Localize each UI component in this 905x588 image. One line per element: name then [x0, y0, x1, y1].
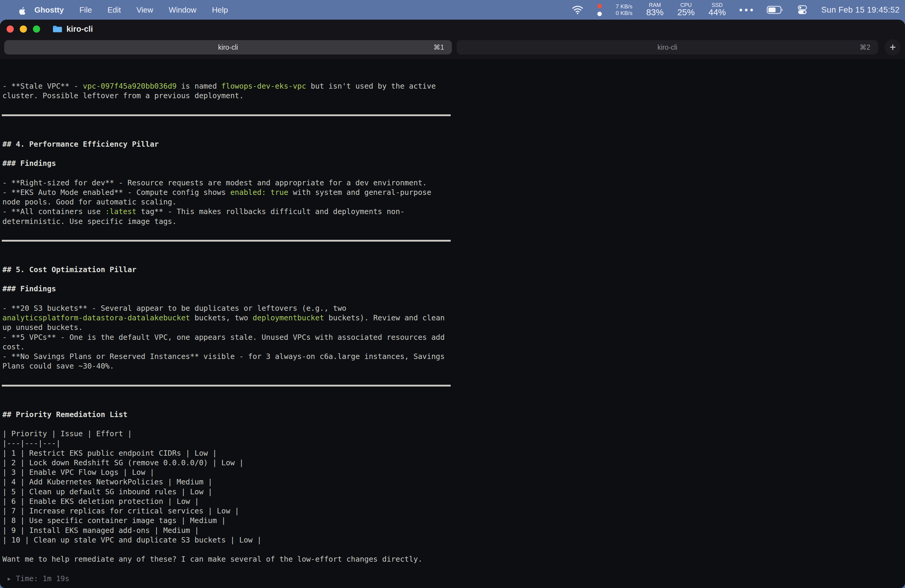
terminal-line: | 3 | Enable VPC Flow Logs | Low |: [2, 468, 905, 477]
terminal-line: - **EKS Auto Mode enabled** - Compute co…: [2, 188, 905, 197]
tab-label: kiro-cli: [657, 43, 677, 51]
terminal-line: cluster. Possible leftover from a previo…: [2, 91, 905, 100]
menu-item-help[interactable]: Help: [204, 5, 235, 15]
apple-menu[interactable]: [17, 5, 25, 15]
terminal-line: - **No Savings Plans or Reserved Instanc…: [2, 352, 905, 361]
section-divider: [2, 236, 905, 245]
terminal-line: - **All containers use :latest tag** - T…: [2, 207, 905, 216]
terminal-line: | 4 | Add Kubernetes NetworkPolicies | M…: [2, 477, 905, 487]
terminal-line: [2, 400, 905, 410]
ram-meter[interactable]: RAM 83%: [646, 3, 664, 17]
terminal-line: analyticsplatform-datastora-datalakebuck…: [2, 313, 905, 323]
terminal-line: [2, 583, 905, 588]
terminal-line: [2, 168, 905, 178]
apple-icon: [17, 5, 25, 15]
window-title-group: kiro-cli: [53, 25, 93, 34]
traffic-lights: [6, 25, 40, 33]
terminal-line: [2, 420, 905, 429]
more-menu-icon[interactable]: [740, 9, 753, 11]
terminal-line: - **Right-sized for dev** - Resource req…: [2, 178, 905, 188]
tab-bar: kiro-cli ⌘1 kiro-cli ⌘2 +: [0, 38, 905, 59]
terminal-line: ### Findings: [2, 284, 905, 294]
ssd-value: 44%: [708, 8, 726, 17]
terminal-line: [2, 101, 905, 110]
cpu-label: CPU: [677, 3, 695, 8]
ssd-meter[interactable]: SSD 44%: [708, 3, 726, 17]
terminal-line: [2, 390, 905, 400]
terminal-line: Want me to help remediate any of these? …: [2, 555, 905, 564]
menu-bar-status: 7 KB/s 0 KB/s RAM 83% CPU 25% SSD 44%: [572, 3, 900, 17]
cpu-value: 25%: [677, 8, 695, 17]
section-divider: [2, 110, 905, 120]
section-divider: [2, 381, 905, 390]
terminal-line: |---|---|---|: [2, 439, 905, 448]
terminal-line: [2, 564, 905, 574]
terminal-line: node pools. Good for automatic scaling.: [2, 197, 905, 207]
menu-item-view[interactable]: View: [129, 5, 161, 15]
ram-label: RAM: [646, 3, 664, 8]
time-note: ▸ Time: 1m 19s: [2, 574, 905, 583]
terminal-line: [2, 255, 905, 265]
terminal-line: cost.: [2, 342, 905, 352]
terminal-line: [2, 130, 905, 139]
terminal-line: - **20 S3 buckets** - Several appear to …: [2, 304, 905, 313]
download-speed: 0 KB/s: [616, 10, 632, 16]
terminal-line: [2, 275, 905, 284]
terminal-line: Plans could save ~30-40%.: [2, 361, 905, 371]
ram-value: 83%: [646, 8, 664, 17]
terminal-line: - **5 VPCs** - One is the default VPC, o…: [2, 333, 905, 342]
wifi-icon[interactable]: [572, 5, 584, 15]
terminal-line: ## Priority Remediation List: [2, 410, 905, 420]
cpu-meter[interactable]: CPU 25%: [677, 3, 695, 17]
menu-item-file[interactable]: File: [71, 5, 100, 15]
tab-kiro-cli-2[interactable]: kiro-cli ⌘2: [457, 40, 878, 54]
terminal-line: | 2 | Lock down Redshift SG (remove 0.0.…: [2, 458, 905, 468]
close-button[interactable]: [6, 25, 14, 33]
network-speed[interactable]: 7 KB/s 0 KB/s: [616, 3, 632, 16]
terminal-output[interactable]: - **Stale VPC** - vpc-097f45a920bb036d9 …: [0, 76, 905, 588]
terminal-line: [2, 149, 905, 159]
terminal-line: [2, 226, 905, 236]
terminal-line: ## 4. Performance Efficiency Pillar: [2, 140, 905, 149]
terminal-line: - **Stale VPC** - vpc-097f45a920bb036d9 …: [2, 81, 905, 91]
terminal-line: ### Findings: [2, 159, 905, 168]
folder-icon: [53, 25, 62, 33]
menu-item-edit[interactable]: Edit: [100, 5, 129, 15]
battery-icon[interactable]: [767, 5, 783, 14]
minimize-button[interactable]: [20, 25, 27, 33]
terminal-line: | Priority | Issue | Effort |: [2, 429, 905, 439]
network-activity-icon[interactable]: [597, 4, 602, 16]
tab-kiro-cli-1[interactable]: kiro-cli ⌘1: [4, 40, 452, 54]
terminal-line: [2, 245, 905, 255]
tab-label: kiro-cli: [218, 43, 238, 51]
terminal-line: | 7 | Increase replicas for critical ser…: [2, 506, 905, 516]
control-center-icon[interactable]: [797, 5, 807, 15]
menu-item-window[interactable]: Window: [161, 5, 204, 15]
tab-shortcut: ⌘2: [859, 43, 870, 51]
terminal-line: up unused buckets.: [2, 323, 905, 332]
terminal-line: | 10 | Clean up stale VPC and duplicate …: [2, 535, 905, 545]
menu-bar-clock[interactable]: Sun Feb 15 19:45:52: [821, 5, 900, 15]
terminal-line: [2, 120, 905, 130]
terminal-line: ## 5. Cost Optimization Pillar: [2, 265, 905, 275]
terminal-line: | 8 | Use specific container image tags …: [2, 516, 905, 525]
terminal-line: | 5 | Clean up default SG inbound rules …: [2, 487, 905, 497]
terminal-line: deterministic. Use specific image tags.: [2, 217, 905, 226]
terminal-window: kiro-cli kiro-cli ⌘1 kiro-cli ⌘2 + - **S…: [0, 20, 905, 588]
tab-shortcut: ⌘1: [433, 43, 444, 51]
terminal-line: [2, 371, 905, 381]
title-bar: kiro-cli: [0, 20, 905, 38]
menu-bar: Ghostty File Edit View Window Help 7 KB/…: [0, 0, 905, 20]
upload-speed: 7 KB/s: [616, 3, 632, 10]
terminal-line: | 9 | Install EKS managed add-ons | Medi…: [2, 526, 905, 535]
terminal-line: [2, 545, 905, 555]
new-tab-button[interactable]: +: [884, 39, 901, 56]
terminal-line: [2, 294, 905, 304]
zoom-button[interactable]: [33, 25, 40, 33]
ssd-label: SSD: [708, 3, 726, 8]
terminal-line: | 1 | Restrict EKS public endpoint CIDRs…: [2, 448, 905, 458]
terminal-line: | 6 | Enable EKS deletion protection | L…: [2, 497, 905, 506]
window-title: kiro-cli: [67, 25, 93, 34]
menu-item-appname[interactable]: Ghostty: [25, 5, 71, 15]
